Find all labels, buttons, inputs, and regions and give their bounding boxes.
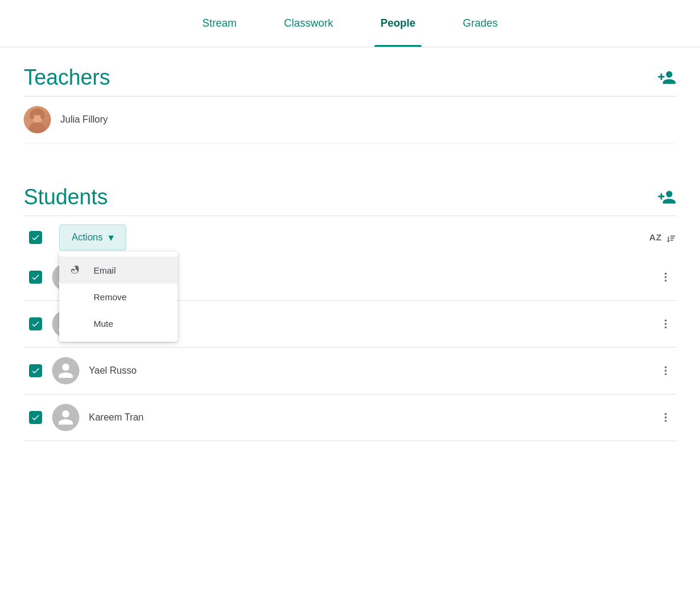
checkbox-kareem[interactable] — [24, 411, 47, 424]
svg-point-4 — [40, 111, 45, 120]
teachers-title: Teachers — [24, 65, 110, 90]
svg-point-7 — [664, 280, 666, 281]
svg-point-5 — [664, 273, 666, 275]
actions-label: Actions — [72, 232, 102, 243]
tab-grades[interactable]: Grades — [457, 0, 504, 47]
svg-point-10 — [664, 326, 666, 328]
tab-stream[interactable]: Stream — [196, 0, 242, 47]
sort-icon — [666, 235, 676, 243]
svg-point-16 — [664, 420, 666, 422]
student-row-kareem: Kareem Tran — [24, 394, 676, 441]
svg-point-1 — [29, 123, 46, 133]
add-student-icon — [657, 188, 676, 207]
more-vert-icon-5 — [660, 365, 672, 377]
dropdown-remove-label: Remove — [94, 292, 127, 302]
default-avatar-icon-6 — [57, 409, 75, 426]
svg-point-3 — [30, 111, 34, 120]
navigation-tabs: Stream Classwork People Grades — [0, 0, 700, 47]
teachers-section-header: Teachers — [24, 47, 676, 97]
svg-point-15 — [664, 416, 666, 418]
checkbox-yael[interactable] — [24, 364, 47, 377]
avatar-yael — [52, 357, 79, 384]
student-name-yael: Yael Russo — [89, 365, 655, 376]
dropdown-email-label: Email — [94, 265, 116, 275]
tab-classwork[interactable]: Classwork — [278, 0, 339, 47]
chevron-down-icon: ▾ — [108, 231, 114, 244]
sort-az-label: AZ — [649, 232, 662, 242]
main-content: Teachers Julia Fillory Students — [0, 47, 700, 441]
actions-dropdown-wrapper: Actions ▾ Email — [59, 224, 126, 250]
svg-point-9 — [664, 323, 666, 325]
tab-people[interactable]: People — [374, 0, 421, 47]
checkbox-iff[interactable] — [24, 317, 47, 330]
teacher-row-julia: Julia Fillory — [24, 97, 676, 143]
more-vert-icon — [660, 271, 672, 283]
avatar-kareem — [52, 404, 79, 431]
svg-point-13 — [664, 373, 666, 375]
add-teacher-icon — [657, 68, 676, 87]
svg-point-14 — [664, 413, 666, 415]
student-name-kareem: Kareem Tran — [89, 412, 655, 423]
checkbox-callam[interactable] — [24, 271, 47, 284]
actions-button[interactable]: Actions ▾ — [59, 224, 126, 250]
teacher-name-julia: Julia Fillory — [60, 114, 676, 125]
dropdown-item-email[interactable]: Email — [59, 256, 178, 284]
student-row-yael: Yael Russo — [24, 348, 676, 394]
actions-dropdown-menu: Email Remove Mute — [59, 252, 178, 342]
students-title: Students — [24, 185, 108, 210]
dropdown-item-mute[interactable]: Mute — [59, 310, 178, 337]
more-vert-icon-3 — [660, 318, 672, 330]
cursor-icon — [70, 265, 83, 275]
default-avatar-icon-4 — [57, 362, 75, 380]
svg-point-12 — [664, 370, 666, 371]
students-toolbar: Actions ▾ Email — [24, 216, 676, 254]
avatar-julia — [24, 106, 51, 133]
sort-az-button[interactable]: AZ — [649, 232, 676, 242]
add-teacher-button[interactable] — [657, 68, 676, 87]
svg-point-8 — [664, 320, 666, 322]
svg-point-11 — [664, 367, 666, 368]
dropdown-mute-label: Mute — [94, 319, 113, 329]
more-options-callam[interactable] — [655, 266, 676, 288]
students-section-header: Students — [24, 167, 676, 216]
more-options-yael[interactable] — [655, 360, 676, 381]
select-all-checkbox[interactable] — [24, 231, 47, 244]
add-student-button[interactable] — [657, 188, 676, 207]
more-vert-icon-7 — [660, 412, 672, 423]
dropdown-item-remove[interactable]: Remove — [59, 284, 178, 310]
more-options-iff[interactable] — [655, 313, 676, 335]
svg-point-6 — [664, 276, 666, 278]
more-options-kareem[interactable] — [655, 407, 676, 428]
